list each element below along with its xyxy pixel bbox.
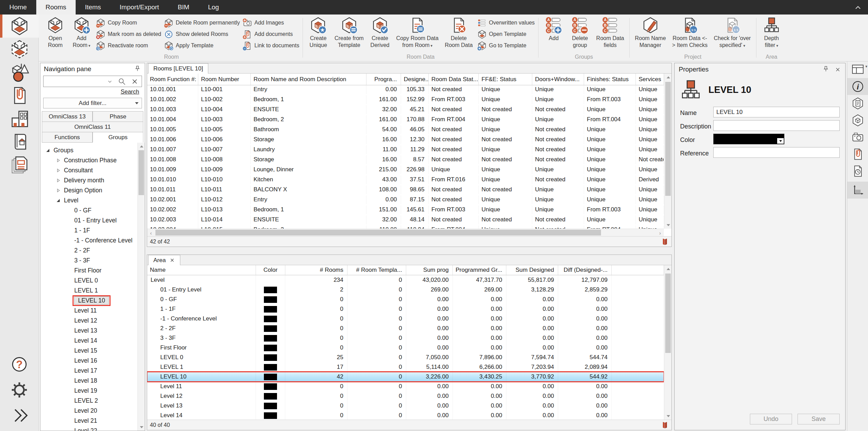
reference-field[interactable] <box>713 147 840 158</box>
tree-item-level-12[interactable]: Level 12 <box>40 316 145 326</box>
sidebar-item-rooms[interactable] <box>0 15 39 38</box>
tree-item-3-3f[interactable]: 3 - 3F <box>40 256 145 266</box>
open-room-button[interactable]: Open Room <box>44 16 67 49</box>
area-row-level[interactable]: Level234043,020.0047,317.7055,817.0912,7… <box>147 275 664 285</box>
chevron-down-icon[interactable] <box>106 78 113 85</box>
name-field[interactable] <box>713 107 840 117</box>
sidebar-item-project-book[interactable] <box>0 130 39 153</box>
save-button[interactable]: Save <box>798 414 840 424</box>
column-header-diff-designed-[interactable]: Diff (Designed-... <box>558 265 612 275</box>
show-deleted-rooms-button[interactable]: Show deleted Rooms <box>164 29 240 39</box>
close-icon[interactable] <box>834 66 841 73</box>
menu-tab-import-export[interactable]: Import/Export <box>110 0 168 15</box>
tree-item-level[interactable]: Level <box>40 195 145 205</box>
column-header-designe-[interactable]: Designe... <box>401 74 429 85</box>
area-report-icon[interactable] <box>661 421 669 429</box>
area-row-3-3f[interactable]: 3 - 3F000.000.000.000.00 <box>147 333 664 343</box>
tree-item-level-18[interactable]: Level 18 <box>40 376 145 386</box>
color-picker[interactable] <box>713 134 784 144</box>
scroll-up-icon[interactable] <box>665 74 672 81</box>
undo-button[interactable]: Undo <box>750 414 792 424</box>
table-row[interactable]: 10.01.009L10-009Lounge, Dinner215.00226.… <box>147 165 664 175</box>
pin-icon[interactable] <box>822 66 830 73</box>
room-name-manager-button[interactable]: Room Name Manager <box>633 16 668 49</box>
tree-item-level-10[interactable]: LEVEL 10 <box>40 296 145 306</box>
tree-item-level-14[interactable]: Level 14 <box>40 336 145 346</box>
filter-tab-functions[interactable]: Functions <box>42 132 93 143</box>
tree-item-level-13[interactable]: Level 13 <box>40 326 145 336</box>
column-header-doors-window-[interactable]: Doors+Window... <box>532 74 584 85</box>
rooms-vertical-scrollbar[interactable] <box>664 74 671 229</box>
add-room-button[interactable]: Add Room▾ <box>70 16 93 50</box>
table-row[interactable]: 10.01.003L10-004ENSUITE32.0045.21Not cre… <box>147 105 664 115</box>
search-input[interactable] <box>43 76 142 87</box>
delete-group-button[interactable]: ABCDelete group <box>568 16 592 49</box>
table-row[interactable]: 10.01.006L10-006Storage16.0012.30Not cre… <box>147 135 664 145</box>
add-images-button[interactable]: Add Images <box>243 18 299 28</box>
sidebar-item-items[interactable] <box>0 61 39 84</box>
link-to-documents-button[interactable]: ∞Link to documents <box>243 40 299 51</box>
table-row[interactable]: 10.01.011L10-011BALCONY X108.0098.65Not … <box>147 185 664 195</box>
column-header-sum-designed[interactable]: Sum Designed <box>506 265 558 275</box>
create-unique-button[interactable]: ★Create Unique <box>306 16 330 49</box>
tree-item-level-22[interactable]: Level 22 <box>40 426 145 431</box>
menu-tab-log[interactable]: Log <box>199 0 228 15</box>
filter-tab-phase[interactable]: Phase <box>93 111 143 122</box>
table-row[interactable]: 10.01.001L10-001Entry0.00105.33Not creat… <box>147 85 664 95</box>
filter-tab-omniclass11[interactable]: OmniClass 11 <box>42 122 143 132</box>
column-header-#-rooms[interactable]: # Rooms <box>285 265 347 275</box>
tab-rooms-level10[interactable]: Rooms [LEVEL 10] <box>148 63 208 74</box>
tree-collapsed-icon[interactable] <box>56 169 64 172</box>
color-dropdown-icon[interactable] <box>777 138 784 144</box>
add-documents-button[interactable]: Add documents <box>243 29 299 39</box>
area-row-2-2f[interactable]: 2 - 2F000.000.000.000.00 <box>147 324 664 333</box>
tree-item-01-entry-level[interactable]: 01 - Entry Level <box>40 216 145 226</box>
tree-item-level-20[interactable]: Level 20 <box>40 406 145 416</box>
area-row-level-13[interactable]: Level 13000.000.000.000.00 <box>147 401 664 411</box>
close-tab-icon[interactable] <box>169 257 175 263</box>
area-row-level-14[interactable]: Level 14000.000.000.000.00 <box>147 411 664 420</box>
table-row[interactable]: 10.02.002L10-013Bedroom, 1151.00145.61Fr… <box>147 205 664 216</box>
apply-template-button[interactable]: Apply Template <box>164 40 240 51</box>
filter-tab-omniclass13[interactable]: OmniClass 13 <box>42 111 93 122</box>
images-panel-button[interactable] <box>847 129 868 146</box>
tree-item-construction-phase[interactable]: Construction Phase <box>40 155 145 165</box>
table-row[interactable]: 10.01.008L10-008Storage16.008.57Not crea… <box>147 155 664 165</box>
column-header-ff-e-status[interactable]: FF&E: Status <box>479 74 532 85</box>
scroll-thumb[interactable] <box>665 82 671 196</box>
clear-search-icon[interactable] <box>131 77 139 86</box>
delete-room-data-button[interactable]: Delete Room Data <box>443 16 475 49</box>
scroll-right-icon[interactable]: › <box>656 229 664 237</box>
tree-expanded-icon[interactable] <box>56 199 64 202</box>
area-panel-toggle-button[interactable] <box>847 182 868 199</box>
add-group-button[interactable]: ABCAdd <box>542 16 565 42</box>
go-to-template-button[interactable]: Go to Template <box>477 40 535 51</box>
column-header-name[interactable]: Name <box>147 265 256 275</box>
tree-item--1-conference-level[interactable]: -1 - Conference Level <box>40 236 145 246</box>
tree-item-level-19[interactable]: Level 19 <box>40 386 145 396</box>
mark-room-as-deleted-button[interactable]: Mark room as deleted <box>96 29 161 39</box>
sidebar-item-settings[interactable] <box>0 377 39 403</box>
pin-icon[interactable] <box>134 65 141 73</box>
tab-area[interactable]: Area <box>148 255 180 265</box>
add-filter-button[interactable]: Add filter... <box>43 98 142 108</box>
room-data-item-checks-button[interactable]: 1:1Room Data <- > Item Checks <box>670 16 709 49</box>
room-data-sheet-button[interactable] <box>847 95 868 112</box>
reactivate-room-button[interactable]: Reactivate room <box>96 40 161 51</box>
scroll-thumb[interactable] <box>139 150 144 195</box>
sidebar-item-documents[interactable] <box>0 84 39 107</box>
scroll-down-icon[interactable] <box>138 423 145 431</box>
area-row--1-conference-level[interactable]: -1 - Conference Level000.000.000.000.00 <box>147 314 664 324</box>
scroll-thumb[interactable] <box>155 230 601 236</box>
open-template-button[interactable]: Open Template <box>477 29 535 39</box>
tree-item-design-option[interactable]: Design Option <box>40 185 145 195</box>
scroll-down-icon[interactable] <box>665 412 672 420</box>
table-row[interactable]: 10.01.005L10-005Bathroom54.0046.05Not cr… <box>147 125 664 135</box>
tree-collapsed-icon[interactable] <box>56 189 64 192</box>
tree-item-level-17[interactable]: Level 17 <box>40 366 145 376</box>
column-header-sum-prog[interactable]: Sum prog <box>406 265 453 275</box>
area-row-first-floor[interactable]: First Floor000.000.000.000.00 <box>147 343 664 353</box>
info-panel-button[interactable]: i <box>847 78 868 95</box>
area-row-0-gf[interactable]: 0 - GF000.000.000.000.00 <box>147 295 664 304</box>
area-row-level-10[interactable]: LEVEL 104203,226.003,430.253,770.92544.9… <box>147 372 664 382</box>
